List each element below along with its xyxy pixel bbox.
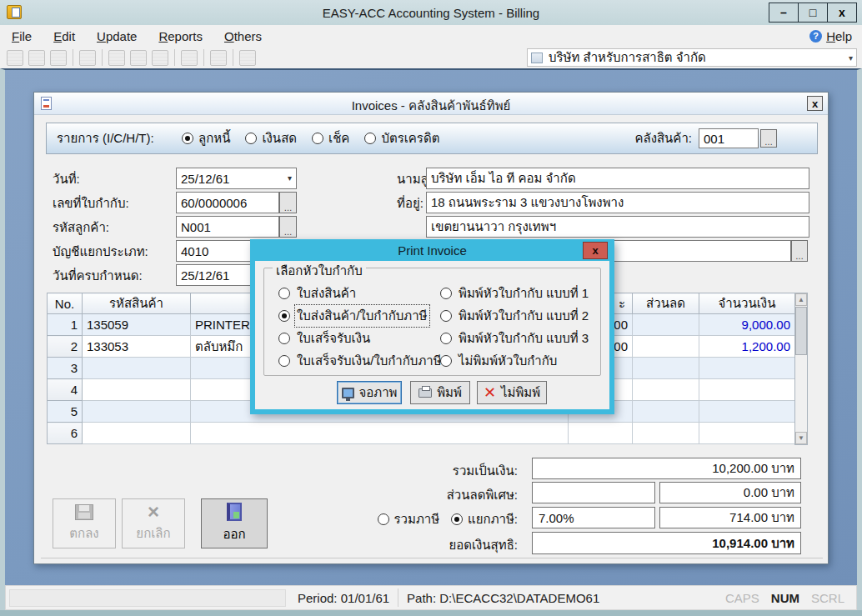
col-discount[interactable]: ส่วนลด [633,293,699,314]
radio-credit-customer[interactable]: ลูกหนี้ [182,128,230,148]
caps-indicator: CAPS [725,591,759,605]
no-print-button[interactable]: ✕ ไม่พิมพ์ [477,381,547,404]
warehouse-lookup-button[interactable]: … [760,129,777,148]
radio-receipt[interactable]: ใบเสร็จรับเงิน [278,328,372,349]
scrl-indicator: SCRL [811,591,844,605]
minimize-button[interactable]: – [769,3,799,23]
menu-others[interactable]: Others [224,29,262,43]
printer-icon[interactable] [210,50,227,66]
print-dialog-close-button[interactable]: x [583,242,608,259]
screen-preview-button[interactable]: จอภาพ [337,381,402,404]
company-selector[interactable]: บริษัท สำหรับการสาธิต จำกัด ▾ [527,48,857,67]
radio-icon [440,333,452,344]
cancel-icon: × [148,503,159,520]
ledger-lookup-button[interactable]: … [791,240,808,262]
radio-icon [451,513,463,525]
new-invoice-icon[interactable] [7,50,23,66]
chevron-down-icon[interactable]: ▾ [849,53,853,63]
date-input[interactable]: 25/12/61▾ [176,168,297,189]
vat-mode-row: รวมภาษี แยกภาษี: [293,509,518,529]
invoice-window-header[interactable]: Invoices - คลังสินค้าพันธ์ทิพย์ x [34,93,828,115]
radio-delivery-note[interactable]: ใบส่งสินค้า [278,283,358,304]
vat-rate-input[interactable]: 7.00% [532,507,655,528]
print-button[interactable]: พิมพ์ [410,381,470,404]
print-dialog-body: เลือกหัวใบกำกับ ใบส่งสินค้า ใบส่งสินค้า/… [255,261,609,409]
printer-icon [418,388,432,398]
special-discount-value: 0.00 บาท [659,482,801,503]
radio-delivery-tax-invoice[interactable]: ใบส่งสินค้า/ใบกำกับภาษี [278,305,429,327]
cancel-button: × ยกเลิก [122,498,185,548]
toolbar-separator [203,49,204,66]
calendar-icon[interactable] [181,50,198,66]
ledger-icon[interactable] [130,50,147,66]
special-discount-label: ส่วนลดพิเศษ: [293,485,518,505]
scroll-up-icon[interactable]: ▲ [795,293,807,306]
radio-vat-included[interactable]: รวมภาษี [378,509,440,529]
address-line2-input[interactable]: เขตยานนาวา กรุงเทพฯ [426,216,809,238]
exit-door-icon [227,503,242,521]
menu-reports[interactable]: Reports [158,29,203,43]
warehouse-input[interactable]: 001 [699,128,759,148]
radio-credit-card[interactable]: บัตรเครดิต [364,128,439,148]
header-choice-legend: เลือกหัวใบกำกับ [273,261,366,281]
invoice-no-label: เลขที่ใบกำกับ: [53,193,129,213]
window-title: EASY-ACC Accounting System - Billing [0,6,862,20]
customer-code-input[interactable]: N001 [176,216,279,238]
net-total-label: ยอดเงินสุทธิ: [293,535,518,555]
customer-code-lookup-button[interactable]: … [279,216,297,238]
radio-header-style-1[interactable]: พิมพ์หัวใบกำกับ แบบที่ 1 [440,283,590,304]
scales-icon[interactable] [108,50,125,66]
radio-cash[interactable]: เงินสด [245,128,297,148]
monitor-icon [342,388,354,398]
status-message-panel [9,589,286,607]
verify-icon[interactable] [79,50,96,66]
exit-button[interactable]: ออก [201,498,268,548]
menu-file[interactable]: File [12,29,32,43]
num-indicator: NUM [771,591,799,605]
status-bar: Period: 01/01/61 Path: D:\ECACC32\DATADE… [5,585,857,610]
close-button[interactable]: x [827,3,857,23]
scroll-thumb[interactable] [795,307,807,355]
maximize-button[interactable]: □ [798,3,828,23]
col-amount[interactable]: จำนวนเงิน [699,293,795,314]
invoice-close-button[interactable]: x [807,96,823,111]
radio-icon [278,310,290,322]
radio-header-style-2[interactable]: พิมพ์หัวใบกำกับ แบบที่ 2 [440,305,590,327]
red-x-icon: ✕ [484,387,496,398]
radio-icon [278,355,290,367]
toolbar-separator [174,49,175,66]
company-icon [531,53,543,63]
toolbar-separator [102,49,103,66]
radio-vat-excluded[interactable]: แยกภาษี: [451,509,518,529]
delete-icon[interactable] [28,50,45,66]
address-line1-input[interactable]: 18 ถนนพระราม 3 แขวงบางโพงพาง [426,192,809,213]
radio-cheque[interactable]: เช็ค [312,128,349,148]
toolbar-separator [233,49,233,66]
scroll-down-icon[interactable]: ▼ [795,432,807,444]
menu-help[interactable]: Help [826,29,852,43]
print-dialog-title[interactable]: Print Invoice [250,239,614,261]
col-code[interactable]: รหัสสินค้า [83,293,191,314]
divider [41,558,823,558]
table-row[interactable]: 6 [48,423,795,444]
invoice-no-input[interactable]: 60/0000006 [176,192,279,213]
window-bottom-edge [0,610,862,616]
customer-name-input[interactable]: บริษัท เอ็ม ไอ ที คอม จำกัด [426,168,809,189]
table-scrollbar[interactable]: ▲ ▼ [794,293,808,445]
radio-icon [182,133,193,144]
exit-icon[interactable] [239,50,256,66]
menu-update[interactable]: Update [97,29,137,43]
menu-edit[interactable]: Edit [53,29,75,43]
browse-icon[interactable] [50,50,67,66]
transaction-type-row: รายการ (I/C/H/T): ลูกหนี้ เงินสด เช็ค บั… [46,123,818,154]
special-discount-input[interactable] [532,482,655,503]
chevron-down-icon[interactable]: ▾ [288,173,292,183]
radio-icon [364,133,376,144]
radio-receipt-tax-invoice[interactable]: ใบเสร็จรับเงิน/ใบกำกับภาษี [278,350,444,372]
radio-no-header[interactable]: ไม่พิมพ์หัวใบกำกับ [440,350,559,372]
radio-header-style-3[interactable]: พิมพ์หัวใบกำกับ แบบที่ 3 [440,328,590,349]
transfer-icon[interactable] [152,50,168,66]
radio-icon [440,288,452,299]
col-no[interactable]: No. [48,293,83,314]
invoice-no-lookup-button[interactable]: … [279,192,297,213]
